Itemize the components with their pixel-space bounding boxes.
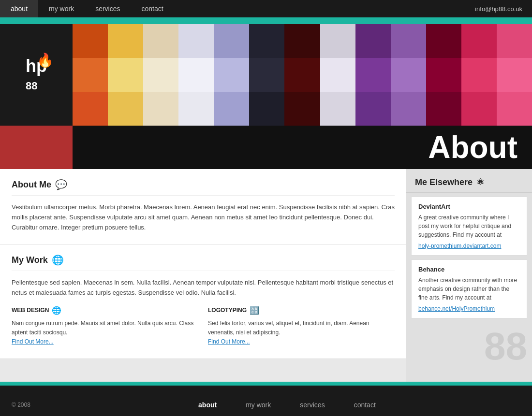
web-design-find-more[interactable]: Find Out More...: [12, 338, 54, 345]
teal-stripe-top: [0, 17, 532, 24]
color-col-crimson: [426, 24, 461, 126]
logotyping-body: Sed felis tortor, varius vel, aliquet et…: [208, 319, 395, 347]
left-column: About Me 💬 Vestibulum ullamcorper metus.…: [0, 169, 406, 382]
page-title: About: [428, 129, 517, 165]
about-me-section: About Me 💬 Vestibulum ullamcorper metus.…: [0, 169, 406, 244]
my-work-title: My Work 🌐: [12, 254, 395, 271]
color-col-yellow: [108, 24, 143, 126]
nav-services[interactable]: services: [85, 0, 131, 17]
behance-body: Another creative community with more emp…: [418, 276, 520, 302]
web-design-icon: 🌐: [52, 306, 61, 315]
deviantart-link[interactable]: holy-promethium.deviantart.com: [418, 243, 501, 249]
about-me-body: Vestibulum ullamcorper metus. Morbi phar…: [12, 202, 395, 232]
watermark: 88: [406, 322, 532, 371]
nav-items: about my work services contact: [0, 0, 174, 17]
logotyping-label: LOGOTYPING: [208, 307, 247, 314]
about-title-section: About: [0, 126, 532, 169]
top-navigation: about my work services contact info@hp88…: [0, 0, 532, 17]
color-col-white: [178, 24, 214, 126]
web-design-body: Nam congue rutrum pede. Mauris sit amet …: [12, 319, 198, 347]
color-col-dark-gap: [249, 24, 284, 126]
my-work-inner: My Work 🌐 Pellentesque sed sapien. Maece…: [0, 244, 406, 358]
logotyping-icon: 🔠: [250, 306, 259, 315]
color-col-white2: [320, 24, 355, 126]
my-work-section: My Work 🌐 Pellentesque sed sapien. Maece…: [0, 244, 406, 359]
banner: hp🔥 88: [0, 24, 532, 126]
right-column: Me Elsewhere ⚛ DeviantArt A great creati…: [406, 169, 532, 382]
behance-link[interactable]: behance.net/HolyPromethium: [418, 305, 495, 312]
logotyping-find-more[interactable]: Find Out More...: [208, 338, 250, 345]
nav-contact[interactable]: contact: [131, 0, 174, 17]
color-col-purple2: [391, 24, 426, 126]
color-col-lavender: [214, 24, 249, 126]
web-design-text: Nam congue rutrum pede. Mauris sit amet …: [12, 320, 193, 336]
logo-text: hp🔥 88: [26, 57, 47, 92]
copyright: © 2008: [0, 402, 42, 408]
color-col-pink: [497, 24, 532, 126]
deviantart-item: DeviantArt A great creative community wh…: [411, 197, 527, 256]
logotyping-col: LOGOTYPING 🔠 Sed felis tortor, varius ve…: [208, 306, 395, 347]
work-columns: WEB DESIGN 🌐 Nam congue rutrum pede. Mau…: [12, 306, 395, 347]
color-col-cream: [143, 24, 178, 126]
web-design-label: WEB DESIGN: [12, 307, 49, 314]
about-title-right-block: About: [73, 126, 532, 169]
color-col-orange: [73, 24, 108, 126]
web-design-title: WEB DESIGN 🌐: [12, 306, 198, 315]
about-title-left-block: [0, 126, 73, 169]
behance-title: Behance: [418, 266, 520, 273]
me-elsewhere-title: Me Elsewhere ⚛: [406, 169, 532, 193]
footer-nav-my-work[interactable]: my work: [246, 401, 271, 409]
about-me-label: About Me: [12, 180, 51, 190]
footer: © 2008 about my work services contact: [0, 386, 532, 416]
email-address[interactable]: info@hp88.co.uk: [475, 0, 532, 17]
footer-nav-about[interactable]: about: [198, 401, 217, 409]
color-col-maroon: [284, 24, 320, 126]
logo-primary: hp🔥: [26, 56, 47, 76]
flame-icon: 🔥: [37, 54, 54, 67]
logo: hp🔥 88: [0, 24, 73, 126]
my-work-label: My Work: [12, 255, 48, 265]
web-design-col: WEB DESIGN 🌐 Nam congue rutrum pede. Mau…: [12, 306, 198, 347]
atom-icon: ⚛: [476, 177, 484, 187]
about-me-inner: About Me 💬 Vestibulum ullamcorper metus.…: [0, 169, 406, 244]
color-blocks: [73, 24, 532, 126]
behance-item: Behance Another creative community with …: [411, 259, 527, 318]
nav-my-work[interactable]: my work: [38, 0, 85, 17]
footer-nav-services[interactable]: services: [300, 401, 325, 409]
nav-about[interactable]: about: [0, 0, 38, 17]
logotyping-title: LOGOTYPING 🔠: [208, 306, 395, 315]
speech-bubble-icon: 💬: [55, 179, 67, 190]
logo-sub: 88: [26, 80, 37, 92]
logotyping-text: Sed felis tortor, varius vel, aliquet et…: [208, 320, 369, 336]
footer-nav-contact[interactable]: contact: [354, 401, 376, 409]
deviantart-body: A great creative community where I post …: [418, 213, 520, 239]
main-content: About Me 💬 Vestibulum ullamcorper metus.…: [0, 169, 532, 382]
footer-navigation: about my work services contact: [42, 401, 532, 409]
deviantart-title: DeviantArt: [418, 203, 520, 210]
teal-stripe-bottom: [0, 382, 532, 386]
me-elsewhere-label: Me Elsewhere: [415, 177, 473, 187]
my-work-body: Pellentesque sed sapien. Maecenas in sem…: [12, 278, 395, 298]
about-me-title: About Me 💬: [12, 179, 395, 196]
color-col-purple: [355, 24, 391, 126]
color-col-rose: [461, 24, 497, 126]
globe-icon: 🌐: [52, 254, 64, 266]
